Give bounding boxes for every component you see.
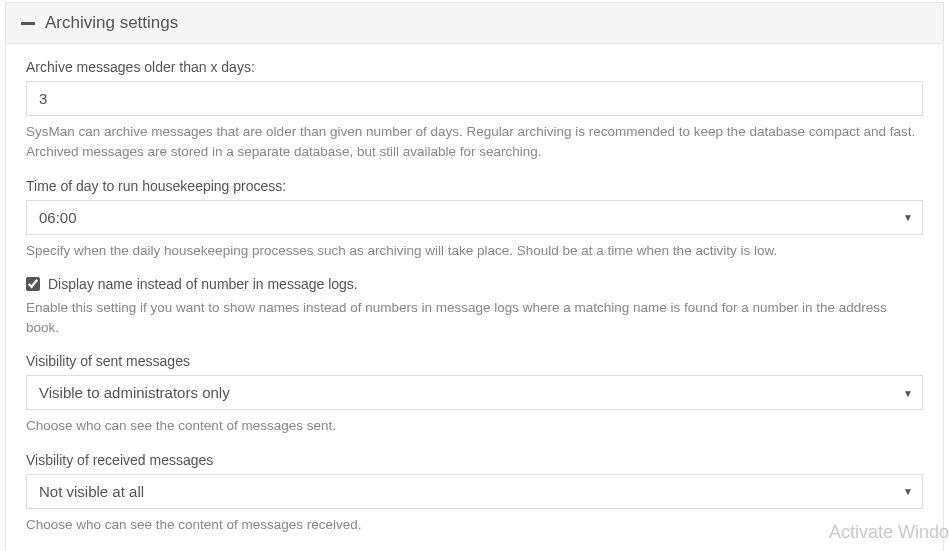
display-name-help: Enable this setting if you want to show … [26, 298, 923, 339]
visibility-sent-group: Visibility of sent messages Visible to a… [26, 353, 923, 436]
archiving-settings-panel: Archiving settings Archive messages olde… [5, 2, 944, 551]
visibility-sent-help: Choose who can see the content of messag… [26, 416, 923, 436]
display-name-group: Display name instead of number in messag… [26, 276, 923, 339]
panel-body: Archive messages older than x days: SysM… [6, 44, 943, 551]
display-name-checkbox-row: Display name instead of number in messag… [26, 276, 923, 292]
visibility-sent-select-wrapper: Visible to administrators only ▼ [26, 375, 923, 410]
visibility-received-select[interactable]: Not visible at all [26, 474, 923, 509]
housekeeping-time-select[interactable]: 06:00 [26, 200, 923, 235]
housekeeping-time-label: Time of day to run housekeeping process: [26, 178, 923, 194]
display-name-label[interactable]: Display name instead of number in messag… [48, 276, 358, 292]
visibility-sent-select[interactable]: Visible to administrators only [26, 375, 923, 410]
collapse-icon [21, 22, 35, 25]
display-name-checkbox[interactable] [26, 277, 40, 291]
visibility-received-select-wrapper: Not visible at all ▼ [26, 474, 923, 509]
panel-title: Archiving settings [45, 13, 178, 33]
panel-header[interactable]: Archiving settings [6, 3, 943, 44]
housekeeping-time-select-wrapper: 06:00 ▼ [26, 200, 923, 235]
housekeeping-time-group: Time of day to run housekeeping process:… [26, 178, 923, 261]
archive-days-label: Archive messages older than x days: [26, 59, 923, 75]
visibility-received-group: Visbility of received messages Not visib… [26, 452, 923, 535]
archive-days-group: Archive messages older than x days: SysM… [26, 59, 923, 163]
visibility-received-help: Choose who can see the content of messag… [26, 515, 923, 535]
archive-days-input[interactable] [26, 81, 923, 116]
visibility-sent-label: Visibility of sent messages [26, 353, 923, 369]
archive-days-help: SysMan can archive messages that are old… [26, 122, 923, 163]
housekeeping-time-help: Specify when the daily housekeeping proc… [26, 241, 923, 261]
visibility-received-label: Visbility of received messages [26, 452, 923, 468]
